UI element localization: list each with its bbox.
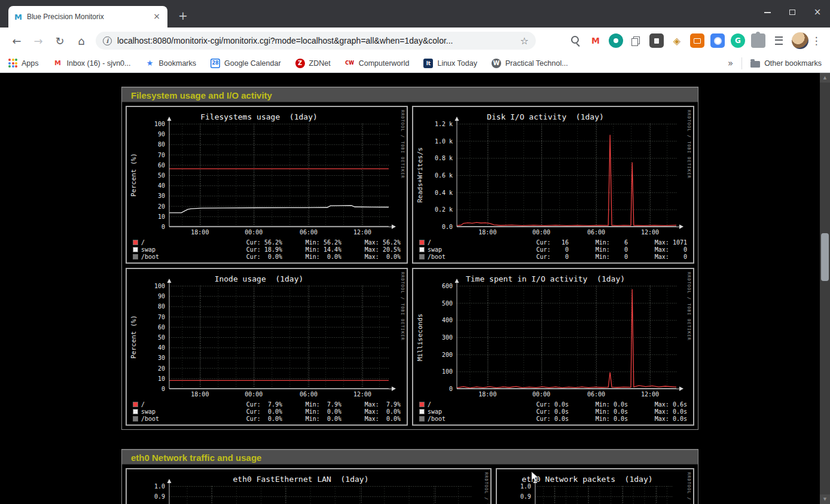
address-bar[interactable]: i localhost:8080/monitorix-cgi/monitorix…	[96, 32, 536, 50]
legend-min: Min: 14.4%	[282, 246, 341, 253]
new-tab-button[interactable]: +	[176, 9, 190, 23]
home-button[interactable]: ⌂	[71, 30, 92, 51]
tab-close-icon[interactable]: ×	[152, 12, 161, 22]
chart-time-spent-io: Time spent in I/O activity (1day)Millise…	[413, 269, 693, 424]
x-tick-label: 06:00	[584, 229, 608, 236]
legend-min: Min: 6	[569, 239, 628, 246]
y-tick-label: 0	[413, 386, 453, 392]
scrollbar[interactable]: ▲ ▼	[820, 73, 830, 504]
legend-min: Min: 0.0s	[569, 401, 628, 408]
bookmark-item[interactable]: ★Bookmarks	[145, 59, 197, 68]
legend-color-box	[419, 416, 425, 421]
y-tick-label: 500	[413, 300, 453, 307]
y-tick-label: 0.8 k	[413, 155, 453, 161]
plot-area	[166, 118, 398, 231]
grammarly-icon[interactable]: G	[731, 33, 745, 48]
legend-cur: Cur: 0	[509, 253, 569, 260]
scroll-up-icon[interactable]: ▲	[820, 73, 830, 83]
bookmark-item[interactable]: CWComputerworld	[345, 59, 410, 68]
x-tick-label: 18:00	[475, 229, 499, 236]
chart-eth0-lan: eth0 FastEthernet LAN (1day)RRDTOOL / TO…	[127, 469, 490, 504]
forward-button[interactable]: →	[28, 30, 49, 51]
browser-tab[interactable]: M Blue Precision Monitorix ×	[8, 6, 167, 28]
legend-min: Min: 0	[569, 246, 628, 253]
bookmarks-overflow-icon[interactable]: »	[728, 58, 733, 69]
graph-frame-time-io[interactable]: Time spent in I/O activity (1day)Millise…	[412, 268, 694, 426]
rrdtool-watermark: RRDTOOL / TOBI OETIKER	[400, 110, 405, 179]
bookmark-item[interactable]: 28Google Calendar	[210, 59, 281, 68]
legend-row: /Cur: 56.2%Min: 56.2%Max: 56.2%	[133, 239, 401, 246]
calendar-icon: 28	[210, 59, 220, 68]
rrdtool-watermark: RRDTOOL / TOBI OETIKER	[686, 272, 691, 341]
other-bookmarks[interactable]: Other bookmarks	[750, 59, 822, 68]
legend-cur: Cur: 0.0s	[509, 416, 569, 422]
profile-avatar[interactable]	[792, 32, 808, 49]
scrollbar-thumb[interactable]	[821, 233, 829, 281]
browser-menu-icon[interactable]: ⋮	[808, 35, 824, 47]
close-button[interactable]: ×	[812, 7, 823, 17]
y-tick-label: 0.0	[413, 224, 453, 230]
graph-frame-filesystems-usage[interactable]: Filesystems usage (1day)Percent (%)RRDTO…	[126, 106, 408, 264]
y-tick-label: 1.0	[127, 483, 165, 490]
bookmark-item[interactable]: ltLinux Today	[423, 59, 477, 68]
y-tick-label: 200	[413, 352, 453, 358]
legend-row: swapCur: 0Min: 0Max: 0	[419, 246, 687, 253]
x-tick-label: 12:00	[350, 391, 374, 398]
graph-frame-disk-io[interactable]: Disk I/O activity (1day)Reads+Writes/sRR…	[412, 106, 694, 264]
legend-max: Max: 0.0%	[341, 416, 401, 422]
legend-color-box	[133, 402, 138, 407]
hangouts-icon[interactable]	[609, 33, 623, 48]
plot-area	[166, 481, 480, 504]
search-icon[interactable]	[568, 33, 582, 48]
graph-frame-eth0-lan[interactable]: eth0 FastEthernet LAN (1day)RRDTOOL / TO…	[126, 468, 492, 504]
legend-color-box	[419, 402, 425, 407]
legend-color-box	[133, 254, 138, 259]
legend-max: Max: 0.0s	[628, 416, 687, 422]
linuxtoday-icon: lt	[423, 59, 433, 68]
apps-shortcut[interactable]: Apps	[8, 59, 39, 68]
legend-color-box	[133, 416, 138, 421]
copy-icon[interactable]	[629, 33, 643, 48]
legend-max: Max: 0	[628, 253, 687, 260]
graph-frame-inode-usage[interactable]: Inode usage (1day)Percent (%)RRDTOOL / T…	[126, 268, 408, 426]
layers-icon[interactable]: ◈	[670, 33, 684, 48]
y-tick-label: 10	[127, 213, 165, 220]
puzzle-icon[interactable]	[751, 33, 765, 48]
gmail-icon[interactable]: M	[588, 33, 603, 48]
x-tick-label: 00:00	[529, 391, 553, 398]
legend-series-name: /	[428, 239, 509, 246]
keep-icon[interactable]	[649, 33, 664, 48]
reading-list-icon[interactable]	[771, 33, 786, 48]
section-title: Filesystem usage and I/O activity	[131, 90, 272, 100]
x-tick-label: 12:00	[638, 229, 662, 236]
y-tick-label: 1.2 k	[413, 121, 453, 127]
bookmark-item[interactable]: ZZDNet	[295, 59, 331, 68]
chart-legend: /Cur: 7.9%Min: 7.9%Max: 7.9%swapCur: 0.0…	[133, 401, 401, 422]
maximize-button[interactable]	[787, 7, 798, 17]
legend-min: Min: 0.0%	[282, 253, 341, 260]
minimize-button[interactable]	[762, 7, 773, 17]
graph-frame-eth0-packets[interactable]: eth0 Network packets (1day)Packets/sRRDT…	[496, 468, 694, 504]
bookmark-star-icon[interactable]: ☆	[520, 35, 529, 47]
reload-button[interactable]: ↻	[49, 30, 71, 51]
y-tick-label: 100	[413, 368, 453, 375]
bookmark-item[interactable]: MInbox (16) - sjvn0...	[53, 59, 131, 68]
site-info-icon[interactable]: i	[103, 36, 112, 45]
legend-min: Min: 7.9%	[282, 401, 341, 408]
x-tick-label: 06:00	[297, 391, 321, 398]
legend-row: /Cur: 16Min: 6Max: 1071	[419, 239, 687, 246]
legend-min: Min: 0.0s	[569, 416, 628, 422]
camera-icon[interactable]	[710, 33, 725, 48]
legend-cur: Cur: 0.0%	[223, 408, 282, 415]
legend-series-name: /	[141, 401, 223, 408]
url-text[interactable]: localhost:8080/monitorix-cgi/monitorix.c…	[117, 36, 515, 45]
browser-toolbar: ← → ↻ ⌂ i localhost:8080/monitorix-cgi/m…	[0, 28, 830, 54]
back-button[interactable]: ←	[6, 30, 28, 51]
legend-color-box	[133, 247, 138, 252]
x-tick-label: 00:00	[242, 229, 266, 236]
wordpress-icon: W	[492, 59, 501, 68]
scroll-down-icon[interactable]: ▼	[820, 494, 830, 504]
bookmark-item[interactable]: WPractical Technol...	[492, 59, 568, 68]
computerworld-icon: CW	[345, 59, 355, 68]
screenshot-icon[interactable]	[690, 33, 704, 48]
